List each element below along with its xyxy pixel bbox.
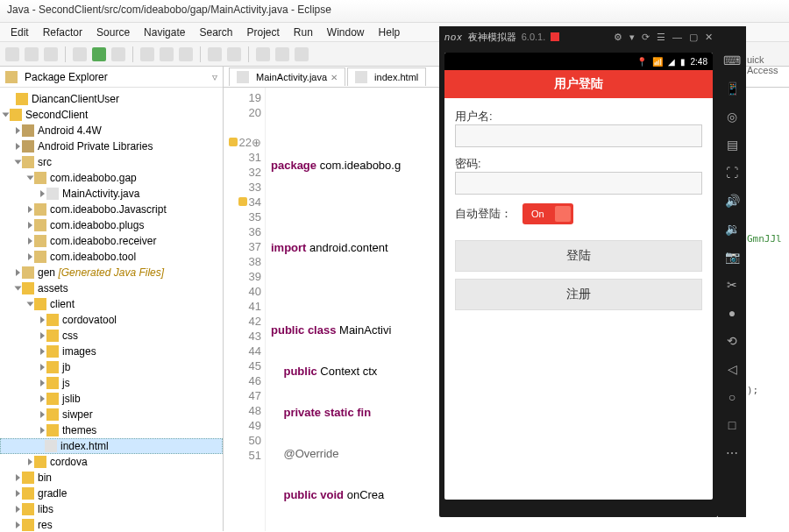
back-icon[interactable] <box>275 47 289 61</box>
lint-icon[interactable] <box>179 47 193 61</box>
tree-item[interactable]: cordovatool <box>62 314 117 326</box>
tree-item[interactable]: com.ideabobo.Javascript <box>50 203 167 216</box>
tree-item[interactable]: js <box>62 377 70 389</box>
tab-mainactivity[interactable]: MainActivity.java✕ <box>229 67 345 86</box>
home-icon[interactable]: ○ <box>724 389 740 405</box>
folder-icon <box>46 345 59 358</box>
password-input[interactable] <box>455 172 702 195</box>
refresh-icon[interactable]: ⟳ <box>642 32 650 43</box>
register-button[interactable]: 注册 <box>455 279 702 310</box>
tree-item[interactable]: assets <box>38 282 68 294</box>
tree-item[interactable]: com.ideabobo.gap <box>50 172 137 184</box>
menu-run[interactable]: Run <box>287 24 320 41</box>
tree-item[interactable]: jslib <box>62 393 81 405</box>
phone-statusbar: 📍 📶 ◢ ▮ 2:48 <box>444 53 713 70</box>
view-menu-icon[interactable]: ▿ <box>212 71 217 83</box>
menu-refactor[interactable]: Refactor <box>36 24 89 41</box>
emulator-name: 夜神模拟器 <box>468 31 516 44</box>
package-icon <box>34 219 46 231</box>
rotate-icon[interactable]: ⟲ <box>724 333 740 349</box>
tree-item[interactable]: Android Private Libraries <box>38 140 153 153</box>
menu-navigate[interactable]: Navigate <box>137 24 192 41</box>
new-icon[interactable] <box>5 47 19 61</box>
tree-item[interactable]: com.ideabobo.receiver <box>50 235 156 247</box>
fullscreen-icon[interactable]: ⛶ <box>724 165 740 181</box>
run-icon[interactable] <box>92 47 106 61</box>
emulator-version: 6.0.1. <box>522 32 546 42</box>
location-icon[interactable]: ◎ <box>724 109 740 124</box>
record-icon[interactable]: ● <box>724 305 740 321</box>
menu-window[interactable]: Window <box>320 24 372 41</box>
folder-icon <box>46 424 59 436</box>
alert-icon <box>551 32 559 41</box>
tree-item[interactable]: com.ideabobo.plugs <box>50 219 144 231</box>
menu-source[interactable]: Source <box>89 24 137 41</box>
tree-item[interactable]: jb <box>62 361 70 373</box>
username-input[interactable] <box>455 124 702 147</box>
login-button[interactable]: 登陆 <box>455 240 702 272</box>
tree-item[interactable]: Android 4.4W <box>38 124 102 137</box>
pin-icon[interactable]: ⚙ <box>614 32 622 43</box>
shake-icon[interactable]: 📱 <box>724 81 740 96</box>
tree-item[interactable]: images <box>62 345 96 358</box>
recent-icon[interactable]: □ <box>724 417 740 433</box>
tree-item[interactable]: MainActivity.java <box>62 188 139 200</box>
quick-access-label[interactable]: uick Access <box>747 54 787 75</box>
package-icon <box>34 235 46 247</box>
tab-indexhtml[interactable]: index.html <box>347 67 426 86</box>
debug-icon[interactable] <box>73 47 87 61</box>
tree-item[interactable]: com.ideabobo.tool <box>50 251 136 263</box>
saveall-icon[interactable] <box>44 47 58 61</box>
keyboard-icon[interactable]: ⌨ <box>724 53 740 68</box>
tree-item[interactable]: cordova <box>50 456 88 468</box>
library-icon <box>22 140 34 153</box>
tree-item[interactable]: res <box>38 519 53 531</box>
close-icon[interactable]: ✕ <box>331 73 338 82</box>
save-icon[interactable] <box>25 47 39 61</box>
multi-instance-icon[interactable]: ▤ <box>724 137 740 153</box>
tree-item[interactable]: index.html <box>60 440 109 452</box>
emulator-titlebar[interactable]: nox 夜神模拟器 6.0.1. ⚙ ▾ ⟳ ☰ — ▢ ✕ <box>439 26 718 47</box>
tree-item[interactable]: gradle <box>38 487 67 500</box>
tree-item[interactable]: src <box>38 156 52 168</box>
html-file-icon <box>45 440 57 452</box>
phone-screen[interactable]: 📍 📶 ◢ ▮ 2:48 用户登陆 用户名: 密码: 自动登陆： On <box>444 53 713 500</box>
new-class-icon[interactable] <box>227 47 241 61</box>
tree-item[interactable]: DiancanClientUser <box>32 93 119 105</box>
tree-item[interactable]: client <box>50 298 75 310</box>
volume-down-icon[interactable]: 🔉 <box>724 221 740 237</box>
clock: 2:48 <box>691 57 707 67</box>
volume-up-icon[interactable]: 🔊 <box>724 193 740 209</box>
forward-icon[interactable] <box>295 47 309 61</box>
external-tools-icon[interactable] <box>111 47 125 61</box>
menu-help[interactable]: Help <box>372 24 408 41</box>
screenshot-icon[interactable]: 📷 <box>724 249 740 265</box>
tree-item[interactable]: libs <box>38 503 53 515</box>
minimize-icon[interactable]: — <box>672 32 682 43</box>
scissors-icon[interactable]: ✂ <box>724 277 740 293</box>
search-icon[interactable] <box>256 47 270 61</box>
tree-item[interactable]: siwper <box>62 408 93 421</box>
menu-project[interactable]: Project <box>239 24 286 41</box>
package-tree[interactable]: DiancanClientUser SecondClient Android 4… <box>0 88 223 531</box>
tree-item[interactable]: css <box>62 330 78 342</box>
menu-search[interactable]: Search <box>192 24 239 41</box>
tree-item[interactable]: themes <box>62 424 96 436</box>
settings-icon[interactable]: ☰ <box>657 32 665 43</box>
close-icon[interactable]: ✕ <box>705 32 713 43</box>
avd-icon[interactable] <box>160 47 174 61</box>
tree-item[interactable]: gen <box>38 266 55 279</box>
tree-item[interactable]: bin <box>38 472 52 484</box>
maximize-icon[interactable]: ▢ <box>689 32 698 43</box>
menu-edit[interactable]: Edit <box>4 24 36 41</box>
warning-icon <box>229 138 238 146</box>
folder-icon <box>46 361 59 373</box>
package-explorer-title: Package Explorer <box>25 71 108 83</box>
autologin-toggle[interactable]: On <box>522 203 573 224</box>
dropdown-icon[interactable]: ▾ <box>629 32 635 43</box>
more-icon[interactable]: ⋯ <box>724 445 740 461</box>
new-package-icon[interactable] <box>208 47 222 61</box>
back-icon[interactable]: ◁ <box>724 361 740 377</box>
tree-item[interactable]: SecondClient <box>25 109 88 121</box>
android-sdk-icon[interactable] <box>140 47 154 61</box>
